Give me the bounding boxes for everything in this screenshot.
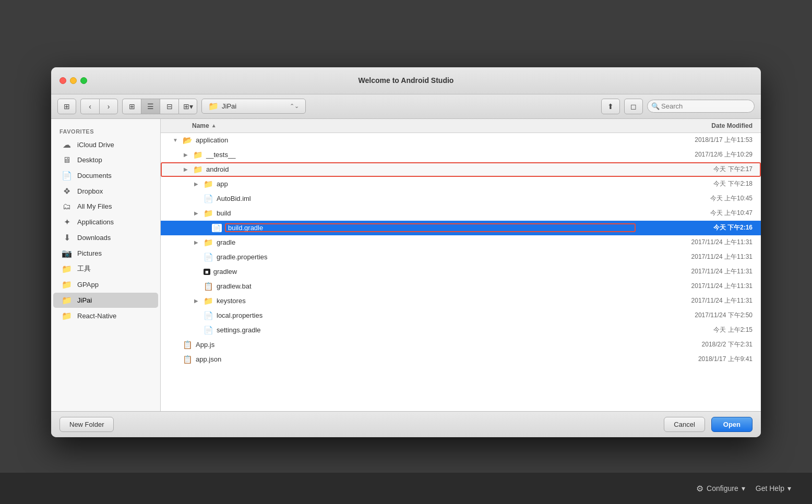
row-content: ▼ 📂 application — [161, 136, 636, 145]
row-content: 📄 build.gradle — [161, 223, 636, 232]
minimize-button[interactable] — [70, 77, 77, 84]
row-content: 📄 gradle.properties — [161, 253, 636, 262]
sidebar-toggle-button[interactable]: ⊞ — [57, 99, 76, 114]
file-name: app — [217, 180, 636, 188]
sidebar-label-downloads: Downloads — [77, 234, 111, 242]
date-cell: 2018/1/17 上午9:41 — [636, 355, 761, 364]
file-name: gradlew.bat — [217, 282, 636, 290]
file-icon: 📄 — [204, 194, 213, 203]
jipai-icon: 📁 — [62, 295, 72, 305]
sidebar-item-tools[interactable]: 📁 工具 — [53, 261, 158, 277]
file-name: local.properties — [217, 311, 636, 319]
expand-arrow-icon: ▶ — [192, 210, 200, 216]
sidebar-item-icloud-drive[interactable]: ☁ iCloud Drive — [53, 137, 158, 152]
table-row[interactable]: 📄 settings.gradle 今天 上午2:15 — [161, 323, 761, 338]
table-row[interactable]: ▶ 📁 android 今天 下午2:17 — [161, 162, 761, 177]
new-folder-button[interactable]: New Folder — [59, 417, 114, 432]
forward-button[interactable]: › — [99, 99, 118, 114]
table-row[interactable]: 📄 local.properties 2017/11/24 下午2:50 — [161, 308, 761, 323]
search-input[interactable] — [647, 100, 755, 113]
react-native-icon: 📁 — [62, 311, 72, 321]
main-content: Favorites ☁ iCloud Drive 🖥 Desktop 📄 Doc… — [51, 119, 761, 411]
col-date-header[interactable]: Date Modified — [636, 122, 761, 129]
open-button[interactable]: Open — [711, 417, 753, 432]
date-cell: 2018/1/17 上午11:53 — [636, 136, 761, 145]
path-selector[interactable]: 📁 JiPai ⌃⌄ — [201, 99, 306, 114]
table-row[interactable]: ▶ 📁 __tests__ 2017/12/6 上午10:29 — [161, 148, 761, 162]
dropbox-icon: ❖ — [62, 186, 72, 196]
file-list-area: Name ▲ Date Modified ▼ 📂 application — [161, 119, 761, 411]
view-column-button[interactable]: ⊟ — [160, 99, 178, 114]
share-button[interactable]: ⬆ — [601, 99, 620, 114]
tools-icon: 📁 — [62, 264, 72, 274]
path-arrows-icon: ⌃⌄ — [290, 103, 299, 110]
date-cell: 2017/11/24 上午11:31 — [636, 267, 761, 276]
table-row[interactable]: 📋 app.json 2018/1/17 上午9:41 — [161, 352, 761, 367]
back-button[interactable]: ‹ — [80, 99, 99, 114]
configure-label: Configure — [707, 484, 738, 493]
cancel-button[interactable]: Cancel — [664, 417, 704, 432]
folder-icon: 📁 — [193, 150, 203, 160]
table-row[interactable]: ■ gradlew 2017/11/24 上午11:31 — [161, 265, 761, 279]
file-rows: ▼ 📂 application 2018/1/17 上午11:53 ▶ 📁 __… — [161, 133, 761, 411]
view-grid-button[interactable]: ⊞▾ — [178, 99, 197, 114]
file-list-header: Name ▲ Date Modified — [161, 119, 761, 133]
expand-arrow-icon: ▶ — [192, 239, 200, 245]
sidebar-section-title: Favorites — [51, 125, 160, 137]
nav-group: ‹ › — [80, 99, 118, 114]
finder-bottom: New Folder Cancel Open — [51, 411, 761, 437]
table-row[interactable]: 📄 build.gradle 今天 下午2:16 — [161, 221, 761, 235]
table-row[interactable]: 📄 gradle.properties 2017/11/24 上午11:31 — [161, 250, 761, 265]
view-list-button[interactable]: ☰ — [141, 99, 160, 114]
table-row[interactable]: ▶ 📁 build 今天 上午10:47 — [161, 206, 761, 221]
search-icon: 🔍 — [651, 102, 660, 110]
row-content: ▶ 📁 android — [161, 165, 636, 174]
date-cell: 今天 下午2:16 — [636, 223, 761, 232]
tag-button[interactable]: ◻ — [624, 99, 643, 114]
sidebar-item-all-my-files[interactable]: 🗂 All My Files — [53, 199, 158, 214]
date-cell: 今天 上午2:15 — [636, 326, 761, 334]
file-name: app.json — [196, 355, 636, 363]
table-row[interactable]: ▶ 📁 app 今天 下午2:18 — [161, 177, 761, 191]
sidebar-item-documents[interactable]: 📄 Documents — [53, 168, 158, 183]
view-group: ⊞ ☰ ⊟ ⊞▾ — [122, 99, 197, 114]
date-cell: 2017/11/24 下午2:50 — [636, 311, 761, 320]
desktop-bottom-bar: ⚙ Configure ▾ Get Help ▾ — [0, 473, 812, 504]
maximize-button[interactable] — [80, 77, 87, 84]
window-title: Welcome to Android Studio — [359, 76, 454, 85]
file-icon: 📄 — [204, 311, 213, 320]
sidebar-item-pictures[interactable]: 📷 Pictures — [53, 246, 158, 261]
table-row[interactable]: 📄 AutoBid.iml 今天 上午10:45 — [161, 191, 761, 206]
sidebar-item-jipai[interactable]: 📁 JiPai — [53, 293, 158, 308]
table-row[interactable]: ▶ 📁 gradle 2017/11/24 上午11:31 — [161, 235, 761, 250]
sidebar-item-downloads[interactable]: ⬇ Downloads — [53, 230, 158, 245]
date-cell: 2018/2/2 下午2:31 — [636, 340, 761, 349]
sidebar-item-react-native[interactable]: 📁 React-Native — [53, 308, 158, 323]
get-help-link[interactable]: Get Help ▾ — [756, 484, 791, 493]
downloads-icon: ⬇ — [62, 233, 72, 243]
col-name-header[interactable]: Name ▲ — [161, 122, 636, 129]
sidebar-item-applications[interactable]: ✦ Applications — [53, 214, 158, 230]
folder-icon: 📁 — [204, 238, 213, 247]
row-content: 📋 app.json — [161, 355, 636, 364]
date-cell: 今天 上午10:47 — [636, 209, 761, 218]
folder-icon: 📂 — [183, 136, 193, 145]
sidebar-item-dropbox[interactable]: ❖ Dropbox — [53, 184, 158, 199]
table-row[interactable]: 📋 App.js 2018/2/2 下午2:31 — [161, 338, 761, 352]
sidebar-item-desktop[interactable]: 🖥 Desktop — [53, 153, 158, 167]
row-content: 📄 settings.gradle — [161, 326, 636, 335]
configure-link[interactable]: ⚙ Configure ▾ — [696, 484, 745, 494]
sidebar-label-desktop: Desktop — [77, 156, 102, 164]
pictures-icon: 📷 — [62, 248, 72, 258]
file-name: App.js — [196, 341, 636, 349]
sidebar-label-gpapp: GPApp — [77, 281, 99, 289]
table-row[interactable]: ▶ 📁 keystores 2017/11/24 上午11:31 — [161, 294, 761, 308]
expand-arrow-icon: ▼ — [171, 137, 180, 143]
close-button[interactable] — [59, 77, 66, 84]
sidebar-item-gpapp[interactable]: 📁 GPApp — [53, 277, 158, 292]
row-content: ▶ 📁 build — [161, 209, 636, 218]
table-row[interactable]: ▼ 📂 application 2018/1/17 上午11:53 — [161, 133, 761, 148]
table-row[interactable]: 📋 gradlew.bat 2017/11/24 上午11:31 — [161, 279, 761, 294]
view-icon-button[interactable]: ⊞ — [122, 99, 141, 114]
row-content: ▶ 📁 __tests__ — [161, 150, 636, 160]
